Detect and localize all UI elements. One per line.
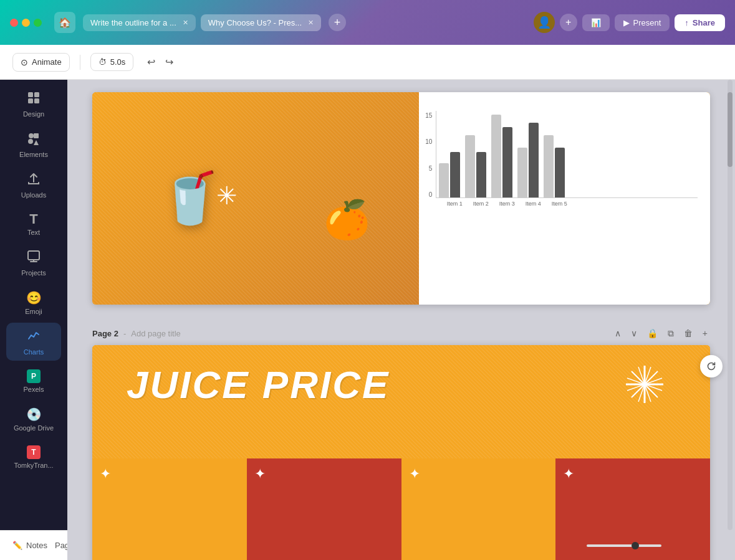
- analytics-button[interactable]: 📊: [582, 14, 610, 31]
- slide-1[interactable]: 🥤 🍊 ✳ 15: [92, 92, 710, 305]
- design-icon: [27, 91, 41, 108]
- chart-y-10: 10: [425, 138, 432, 145]
- page-down-button[interactable]: ∨: [628, 326, 640, 341]
- analytics-icon: 📊: [591, 18, 601, 27]
- minimize-window-btn[interactable]: [22, 19, 30, 27]
- zoom-slider[interactable]: [587, 544, 661, 547]
- sparkle-sm-3: ✦: [409, 466, 420, 482]
- page-up-button[interactable]: ∧: [612, 326, 623, 341]
- maximize-window-btn[interactable]: [34, 19, 42, 27]
- page-add-button[interactable]: +: [700, 326, 710, 341]
- sidebar-item-pexels[interactable]: P Pexels: [6, 363, 61, 398]
- sidebar-item-design[interactable]: Design: [6, 85, 61, 123]
- page-2-number: Page 2: [92, 329, 118, 338]
- scrollbar-thumb[interactable]: [728, 92, 733, 167]
- chart-label-3: Item 3: [496, 201, 517, 207]
- page-lock-button[interactable]: 🔒: [645, 326, 660, 341]
- toolbar-separator: [80, 55, 80, 70]
- sidebar-item-tomky[interactable]: T TomkyTran...: [6, 439, 61, 474]
- clock-icon: ⏱: [98, 57, 107, 67]
- page-2-container: JUICE PRICE: [92, 345, 710, 560]
- bar-group-4: [517, 123, 539, 197]
- bar-1-light: [439, 163, 449, 197]
- chart-label-4: Item 4: [522, 201, 544, 207]
- bar-1-dark: [450, 152, 460, 197]
- notes-button[interactable]: ✏️ Notes: [12, 541, 47, 550]
- sidebar-item-uploads[interactable]: Uploads: [6, 166, 61, 204]
- chart-y-5: 5: [425, 165, 432, 172]
- svg-rect-5: [34, 133, 39, 138]
- avatar[interactable]: 👤: [534, 12, 555, 33]
- bar-3-light: [491, 115, 501, 197]
- juice-price-title: JUICE PRICE: [127, 363, 390, 407]
- tab-2-close[interactable]: ✕: [308, 19, 314, 27]
- bar-4-dark: [529, 123, 539, 197]
- tab-1[interactable]: Write the outline for a ... ✕: [83, 14, 196, 31]
- svg-rect-3: [34, 98, 39, 103]
- present-icon: ▶: [623, 18, 630, 27]
- projects-icon: [27, 250, 41, 267]
- add-collaborator-button[interactable]: +: [560, 14, 577, 31]
- redo-button[interactable]: ↪: [161, 52, 177, 72]
- bar-5-dark: [555, 148, 565, 197]
- bar-3-dark: [502, 127, 512, 197]
- bar-2-light: [465, 135, 475, 197]
- pexels-icon: P: [27, 369, 41, 383]
- present-button[interactable]: ▶ Present: [615, 14, 670, 31]
- svg-rect-2: [28, 98, 33, 103]
- bar-group-1: [439, 152, 460, 197]
- share-button[interactable]: ↑ Share: [675, 14, 725, 31]
- sidebar-item-text[interactable]: T Text: [6, 206, 61, 241]
- bar-group-3: [491, 115, 512, 197]
- main-layout: Design Elements Uploads: [0, 80, 735, 530]
- sidebar-item-elements[interactable]: Elements: [6, 125, 61, 163]
- google-drive-icon: 💿: [26, 407, 42, 422]
- svg-rect-8: [28, 251, 39, 260]
- slide-2-bg: JUICE PRICE: [92, 345, 710, 560]
- tab-2[interactable]: Why Choose Us? - Pres... ✕: [201, 14, 321, 31]
- chart-label-1: Item 1: [444, 201, 465, 207]
- uploads-icon: [27, 172, 41, 189]
- orange-fruit: 🍊: [324, 197, 370, 242]
- bar-5-light: [544, 135, 554, 197]
- window-controls: [10, 19, 42, 27]
- page-delete-button[interactable]: 🗑: [681, 326, 695, 341]
- svg-rect-1: [34, 92, 39, 97]
- close-window-btn[interactable]: [10, 19, 18, 27]
- home-button[interactable]: 🏠: [54, 12, 75, 33]
- new-tab-button[interactable]: +: [329, 14, 346, 31]
- sparkle-icon-1: ✳: [216, 181, 238, 210]
- page-2-add-title[interactable]: Add page title: [131, 329, 181, 338]
- emoji-icon: 😊: [26, 290, 42, 305]
- bar-group-5: [544, 135, 565, 197]
- tab-1-close[interactable]: ✕: [183, 19, 188, 27]
- page-duplicate-button[interactable]: ⧉: [665, 326, 676, 341]
- refresh-button[interactable]: [700, 355, 723, 377]
- bar-group-2: [465, 135, 486, 197]
- svg-rect-7: [28, 139, 33, 144]
- page-2-controls: Page 2 - Add page title ∧ ∨ 🔒 ⧉ 🗑 +: [92, 320, 710, 345]
- duration-button[interactable]: ⏱ 5.0s: [90, 53, 134, 71]
- title-bar: 🏠 Write the outline for a ... ✕ Why Choo…: [0, 0, 735, 45]
- share-icon: ↑: [685, 18, 689, 27]
- elements-icon: [27, 131, 41, 148]
- slide-2[interactable]: JUICE PRICE: [92, 345, 710, 560]
- sparkle-sm-2: ✦: [254, 466, 266, 482]
- svg-rect-0: [28, 92, 33, 97]
- sidebar-item-google-drive[interactable]: 💿 Google Drive: [6, 401, 61, 437]
- sidebar-item-projects[interactable]: Projects: [6, 244, 61, 282]
- sidebar-item-emoji[interactable]: 😊 Emoji: [6, 284, 61, 320]
- header-actions: 👤 + 📊 ▶ Present ↑ Share: [534, 12, 725, 33]
- toolbar: ⊙ Animate ⏱ 5.0s ↩ ↪: [0, 45, 735, 80]
- zoom-thumb[interactable]: [632, 542, 639, 549]
- undo-button[interactable]: ↩: [143, 52, 159, 72]
- chart-y-15: 15: [425, 112, 432, 119]
- undo-redo-group: ↩ ↪: [143, 52, 177, 72]
- canvas-area: 🥤 🍊 ✳ 15: [67, 80, 735, 560]
- sparkle-sm-1: ✦: [100, 466, 111, 482]
- notes-icon: ✏️: [12, 541, 22, 550]
- animate-button[interactable]: ⊙ Animate: [12, 53, 70, 72]
- page-1-container: 🥤 🍊 ✳ 15: [92, 92, 710, 305]
- sidebar-item-charts[interactable]: Charts: [6, 323, 61, 361]
- chart-label-5: Item 5: [549, 201, 570, 207]
